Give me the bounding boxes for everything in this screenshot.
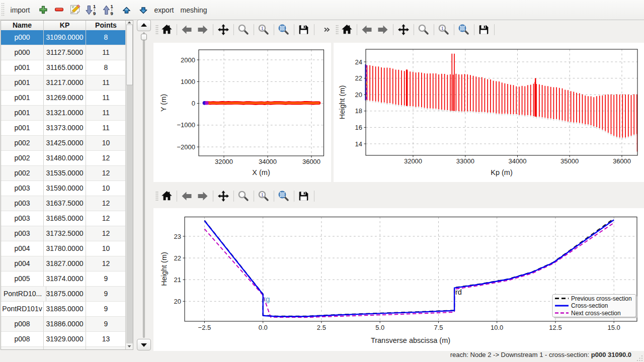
svg-text:Height (m): Height (m) [160, 252, 168, 286]
svg-text:10.0: 10.0 [491, 324, 503, 331]
svg-text:22: 22 [174, 254, 181, 262]
svg-text:21: 21 [174, 276, 181, 284]
svg-text:33000: 33000 [456, 157, 474, 165]
svg-text:−2000: −2000 [177, 143, 195, 151]
svg-text:24: 24 [355, 58, 362, 66]
svg-text:14: 14 [355, 140, 362, 148]
svg-text:18: 18 [355, 107, 362, 115]
svg-text:0.0: 0.0 [259, 324, 268, 331]
svg-text:1: 1 [261, 26, 263, 31]
svg-text:20: 20 [174, 298, 181, 305]
svg-text:32000: 32000 [404, 157, 422, 165]
svg-text:−2.5: −2.5 [198, 324, 211, 331]
svg-text:−1000: −1000 [177, 121, 195, 129]
svg-text:36000: 36000 [613, 157, 631, 165]
svg-text:7.5: 7.5 [434, 324, 443, 331]
svg-text:36000: 36000 [302, 158, 320, 165]
svg-text:5.0: 5.0 [375, 324, 384, 331]
svg-text:12.5: 12.5 [549, 324, 561, 331]
svg-text:rg: rg [264, 295, 270, 303]
svg-text:1000: 1000 [181, 78, 195, 85]
svg-text:15.0: 15.0 [608, 324, 620, 331]
svg-text:Transverse abscissa (m): Transverse abscissa (m) [371, 336, 450, 344]
svg-text:16: 16 [355, 124, 362, 131]
svg-text:20: 20 [355, 91, 362, 99]
svg-text:23: 23 [174, 233, 181, 240]
svg-text:0: 0 [192, 100, 195, 107]
svg-text:2000: 2000 [181, 56, 195, 64]
svg-text:export: export [154, 6, 174, 14]
svg-text:34000: 34000 [508, 157, 526, 165]
svg-text:Cross-section: Cross-section [571, 302, 608, 309]
svg-text:Height (m): Height (m) [338, 85, 346, 120]
svg-text:meshing: meshing [181, 6, 207, 14]
svg-text:32000: 32000 [215, 158, 233, 165]
svg-text:34000: 34000 [259, 158, 277, 165]
svg-text:1: 1 [441, 26, 443, 31]
svg-text:22: 22 [355, 74, 362, 82]
svg-text:Next cross-section: Next cross-section [571, 310, 621, 317]
svg-text:X (m): X (m) [252, 168, 270, 176]
svg-text:import: import [11, 6, 30, 14]
svg-text:Kp (m): Kp (m) [491, 168, 513, 176]
svg-text:2.5: 2.5 [317, 324, 326, 331]
svg-text:35000: 35000 [560, 157, 579, 165]
svg-text:1: 1 [111, 4, 114, 9]
svg-text:Y (m): Y (m) [159, 94, 168, 112]
svg-text:Previous cross-section: Previous cross-section [571, 295, 632, 302]
svg-text:rd: rd [455, 288, 462, 296]
svg-text:1: 1 [93, 4, 96, 9]
svg-text:1: 1 [261, 192, 263, 198]
svg-text:9: 9 [93, 11, 96, 16]
svg-text:9: 9 [111, 11, 113, 16]
